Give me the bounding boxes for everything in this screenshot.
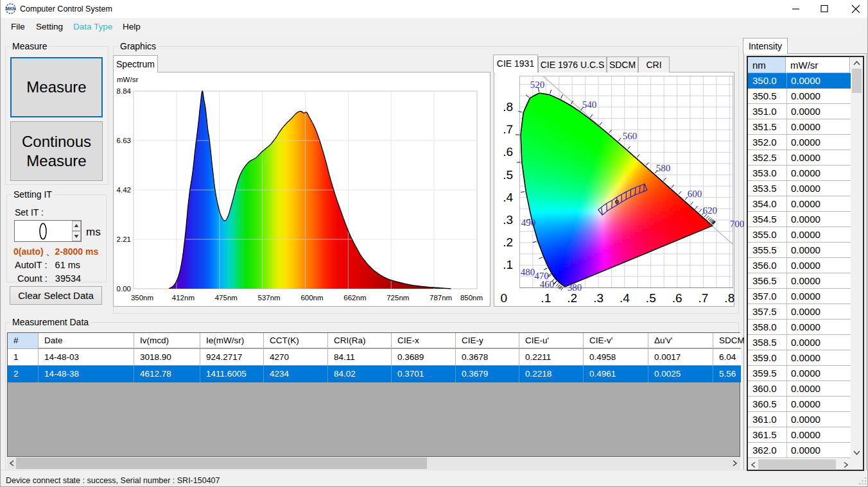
svg-text:620: 620 [702, 205, 717, 216]
svg-text:580: 580 [656, 163, 671, 173]
svg-text:.6: .6 [672, 291, 682, 305]
svg-text:.3: .3 [503, 213, 513, 226]
svg-text:700: 700 [730, 219, 745, 229]
svg-text:.1: .1 [541, 291, 551, 305]
svg-text:475nm: 475nm [215, 294, 238, 302]
svg-text:.5: .5 [503, 168, 513, 182]
svg-text:.8: .8 [724, 291, 734, 305]
svg-text:mW/sr: mW/sr [117, 76, 138, 83]
svg-text:.3: .3 [593, 291, 603, 305]
svg-text:2.21: 2.21 [117, 235, 131, 243]
svg-text:725nm: 725nm [386, 294, 409, 302]
svg-text:.7: .7 [698, 291, 708, 305]
svg-text:520: 520 [530, 80, 545, 90]
svg-text:460: 460 [540, 279, 555, 289]
svg-text:.5: .5 [646, 291, 656, 305]
svg-text:6.63: 6.63 [117, 137, 131, 144]
svg-text:560: 560 [623, 131, 638, 141]
svg-text:0.00: 0.00 [117, 285, 131, 293]
svg-text:540: 540 [582, 99, 597, 110]
svg-text:4.42: 4.42 [117, 186, 131, 194]
svg-text:787nm: 787nm [430, 294, 452, 302]
svg-text:.1: .1 [503, 258, 513, 271]
svg-text:.8: .8 [503, 100, 513, 114]
svg-text:.2: .2 [503, 235, 513, 249]
svg-text:480: 480 [521, 267, 535, 277]
svg-text:350nm: 350nm [131, 294, 153, 302]
svg-text:.4: .4 [503, 191, 513, 204]
svg-text:8.84: 8.84 [117, 87, 132, 95]
svg-text:.7: .7 [503, 123, 513, 136]
svg-text:.6: .6 [503, 145, 513, 158]
svg-text:.4: .4 [620, 291, 630, 305]
svg-text:850nm: 850nm [460, 294, 483, 302]
svg-text:662nm: 662nm [343, 294, 366, 302]
svg-text:0: 0 [500, 291, 507, 305]
svg-text:600nm: 600nm [300, 294, 323, 302]
svg-text:MKN: MKN [6, 6, 15, 11]
svg-text:.2: .2 [567, 291, 577, 305]
svg-text:490: 490 [521, 218, 536, 228]
svg-text:412nm: 412nm [172, 294, 195, 302]
svg-text:537nm: 537nm [258, 294, 281, 302]
svg-text:600: 600 [688, 189, 702, 199]
